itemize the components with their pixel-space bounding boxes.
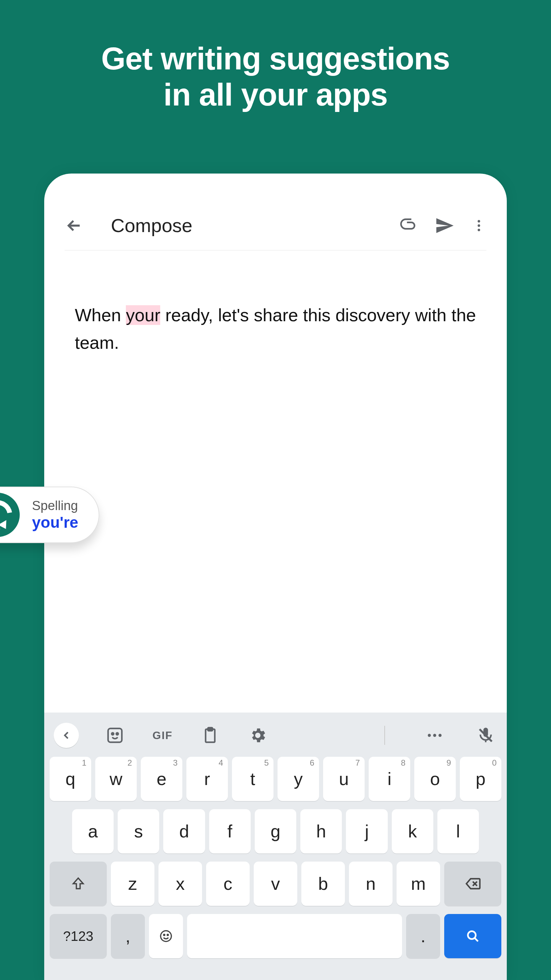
key-t[interactable]: t5	[232, 757, 273, 801]
key-b[interactable]: b	[301, 862, 345, 906]
sticker-icon[interactable]	[103, 724, 127, 747]
key-q[interactable]: q1	[50, 757, 91, 801]
svg-rect-3	[108, 729, 122, 743]
numeric-key[interactable]: ?123	[50, 914, 107, 958]
search-enter-key[interactable]	[444, 914, 501, 958]
shift-key[interactable]	[50, 862, 107, 906]
appbar-title: Compose	[111, 215, 382, 237]
back-arrow-icon[interactable]	[65, 216, 84, 235]
key-p[interactable]: p0	[460, 757, 501, 801]
key-f[interactable]: f	[209, 809, 251, 853]
emoji-key[interactable]	[149, 914, 183, 958]
compose-text-area[interactable]: When your ready, let's share this discov…	[44, 250, 507, 370]
key-x[interactable]: x	[159, 862, 202, 906]
grammarly-suggestion-pill[interactable]: Spelling you're	[0, 487, 99, 543]
suggestion-label: Spelling	[32, 498, 78, 513]
phone-frame: Compose When your ready, let's share thi…	[44, 173, 507, 980]
suggestion-correction: you're	[32, 513, 78, 531]
key-r[interactable]: r4	[186, 757, 228, 801]
key-m[interactable]: m	[397, 862, 440, 906]
gif-icon[interactable]: GIF	[151, 724, 174, 747]
collapse-toolbar-icon[interactable]	[54, 723, 79, 748]
settings-gear-icon[interactable]	[246, 724, 269, 747]
on-screen-keyboard: GIF q1w2e3r4t5y6u7i8o9p0 asdfghjkl	[44, 713, 507, 980]
svg-point-5	[116, 733, 118, 735]
keyboard-row-2: asdfghjkl	[50, 809, 501, 853]
period-key[interactable]: .	[406, 914, 440, 958]
svg-rect-7	[208, 728, 213, 731]
key-g[interactable]: g	[255, 809, 296, 853]
svg-point-0	[478, 220, 480, 222]
key-c[interactable]: c	[206, 862, 250, 906]
key-o[interactable]: o9	[414, 757, 456, 801]
keyboard-row-1: q1w2e3r4t5y6u7i8o9p0	[50, 757, 501, 801]
space-key[interactable]	[187, 914, 402, 958]
svg-point-8	[428, 734, 431, 737]
attachment-icon[interactable]	[399, 216, 418, 235]
app-bar: Compose	[44, 173, 507, 250]
key-v[interactable]: v	[254, 862, 297, 906]
key-k[interactable]: k	[392, 809, 433, 853]
hero-line-1: Get writing suggestions	[102, 41, 450, 76]
svg-point-14	[160, 931, 171, 942]
key-s[interactable]: s	[118, 809, 159, 853]
svg-point-2	[478, 229, 480, 231]
mic-off-icon[interactable]	[474, 724, 497, 747]
compose-text-before: When	[75, 305, 126, 325]
key-u[interactable]: u7	[323, 757, 365, 801]
svg-point-4	[111, 733, 114, 735]
key-n[interactable]: n	[349, 862, 392, 906]
key-l[interactable]: l	[437, 809, 479, 853]
svg-point-1	[478, 224, 480, 227]
clipboard-icon[interactable]	[198, 724, 222, 747]
svg-line-18	[475, 938, 478, 942]
key-z[interactable]: z	[111, 862, 154, 906]
keyboard-rows: q1w2e3r4t5y6u7i8o9p0 asdfghjkl zxcvbnm ?…	[44, 757, 507, 980]
svg-point-17	[468, 931, 476, 939]
key-h[interactable]: h	[300, 809, 342, 853]
comma-key[interactable]: ,	[111, 914, 145, 958]
send-icon[interactable]	[435, 216, 454, 235]
svg-point-10	[438, 734, 441, 737]
error-highlight[interactable]: your	[126, 305, 160, 325]
key-e[interactable]: e3	[141, 757, 182, 801]
hero-line-2: in all your apps	[164, 77, 388, 112]
key-w[interactable]: w2	[95, 757, 137, 801]
hero-headline: Get writing suggestions in all your apps	[0, 0, 551, 140]
more-vert-icon[interactable]	[472, 218, 486, 233]
backspace-key[interactable]	[444, 862, 501, 906]
suggestion-text: Spelling you're	[32, 498, 78, 531]
toolbar-divider	[384, 726, 385, 745]
keyboard-toolbar: GIF	[44, 713, 507, 757]
key-a[interactable]: a	[72, 809, 114, 853]
key-j[interactable]: j	[346, 809, 387, 853]
key-y[interactable]: y6	[278, 757, 319, 801]
svg-point-9	[433, 734, 437, 737]
keyboard-row-3: zxcvbnm	[50, 862, 501, 906]
key-d[interactable]: d	[163, 809, 205, 853]
svg-point-15	[164, 934, 165, 936]
key-i[interactable]: i8	[369, 757, 410, 801]
more-horiz-icon[interactable]	[423, 724, 446, 747]
keyboard-row-4: ?123 , .	[50, 914, 501, 958]
grammarly-logo-icon	[0, 493, 20, 537]
svg-point-16	[167, 934, 169, 936]
